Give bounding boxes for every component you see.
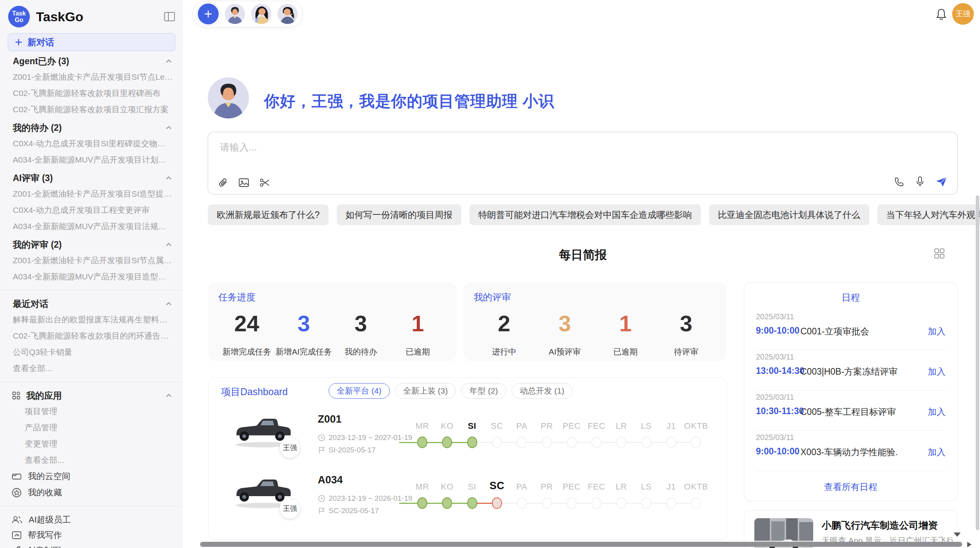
- recent-conversation-item[interactable]: 解释最新出台的欧盟报废车法规再生塑料比例被调至15%...: [0, 312, 183, 328]
- sidebar-tool-帮我写作[interactable]: 帮我写作: [0, 527, 183, 543]
- microphone-icon[interactable]: [915, 176, 925, 188]
- stat-column: 3我的待办: [332, 310, 389, 357]
- sidebar-section-header[interactable]: 我的待办 (2): [0, 120, 183, 135]
- add-agent-button[interactable]: [198, 3, 219, 24]
- phone-icon[interactable]: [894, 176, 905, 187]
- sidebar-section-header[interactable]: 我的评审 (2): [0, 237, 183, 252]
- milestone-dot: [641, 497, 651, 509]
- clock-icon: [318, 495, 326, 502]
- dashboard-filter-chip[interactable]: 全新上装 (3): [395, 383, 456, 399]
- chat-input[interactable]: [220, 142, 946, 153]
- app-item[interactable]: 项目管理: [0, 403, 183, 420]
- vertical-scrollbar-thumb[interactable]: [976, 195, 979, 530]
- sidebar-link-我的云空间[interactable]: 我的云空间: [0, 468, 183, 485]
- stat-value: 3: [656, 310, 716, 336]
- suggestion-chip[interactable]: 如何写一份清晰的项目周报: [337, 204, 461, 225]
- horizontal-scrollbar-thumb[interactable]: [200, 542, 962, 547]
- event-join-link[interactable]: 加入: [928, 325, 946, 337]
- agent-avatar-3[interactable]: [278, 4, 298, 24]
- suggestion-chip[interactable]: 欧洲新规最近颁布了什么?: [208, 204, 329, 225]
- sidebar-section-recent[interactable]: 最近对话: [0, 296, 183, 312]
- sidebar-item[interactable]: A034-全新新能源MUV产品开发项目造型可行性评审: [0, 269, 183, 285]
- sidebar-item[interactable]: A034-全新新能源MUV产品开发项目计划变更表编写: [0, 152, 183, 168]
- sidebar-section-header[interactable]: AI评审 (3): [0, 170, 183, 186]
- sidebar-item[interactable]: Z001-全新燃油轻卡产品开发项目SI节点属性5D文件评审: [0, 252, 183, 269]
- event-join-link[interactable]: 加入: [928, 446, 946, 458]
- collapse-sidebar-icon[interactable]: [163, 10, 176, 23]
- stat-value: 2: [474, 310, 535, 336]
- app-item[interactable]: 产品管理: [0, 420, 183, 436]
- chevron-up-icon: [164, 174, 173, 182]
- sidebar-item[interactable]: C02-飞腾新能源轻客改款项目里程碑画布: [0, 85, 183, 101]
- sidebar-item[interactable]: Z001-全新燃油轻卡产品开发项目SI造型提交物评审: [0, 186, 183, 202]
- project-dates: 2023-12-19 ~ 2027-01-19: [318, 433, 412, 442]
- stat-card-title: 我的评审: [474, 291, 716, 303]
- image-icon[interactable]: [238, 178, 249, 188]
- suggestion-chip[interactable]: 特朗普可能对进口汽车增税会对中国车企造成哪些影响: [469, 204, 701, 225]
- project-row[interactable]: 王强A0342023-12-19 ~ 2026-01-19SC-2025-05-…: [209, 466, 726, 526]
- sidebar-item[interactable]: C0X4-动力总成开发项目工程变更评审: [0, 202, 183, 218]
- notification-bell-icon[interactable]: [935, 8, 947, 21]
- stat-value: 3: [275, 310, 332, 336]
- send-icon[interactable]: [935, 176, 948, 188]
- new-chat-button[interactable]: 新对话: [8, 33, 175, 51]
- stat-column: 1已逾期: [595, 310, 656, 357]
- agent-avatar-2[interactable]: [251, 4, 271, 24]
- event-time[interactable]: 13:00-14:30: [756, 366, 804, 376]
- recent-conversation-item[interactable]: 公司Q3轻卡销量: [0, 344, 183, 360]
- project-dashboard-card: 项目Dashboard 全新平台 (4)全新上装 (3)年型 (2)动总开发 (…: [208, 377, 727, 540]
- user-avatar[interactable]: 王强: [952, 3, 974, 25]
- suggestion-chip[interactable]: 比亚迪全固态电池计划具体说了什么: [709, 204, 869, 225]
- view-all-schedule-link[interactable]: 查看所有日程: [744, 481, 957, 493]
- dashboard-filter-chip[interactable]: 全新平台 (4): [329, 383, 390, 399]
- brand-title: TaskGo: [36, 9, 163, 24]
- scroll-down-arrow[interactable]: [954, 533, 961, 537]
- chevron-up-icon: [164, 123, 173, 132]
- sidebar-tool-创意制图[interactable]: 创意制图: [0, 543, 183, 548]
- sidebar-item[interactable]: C02-飞腾新能源轻客改款项目立项汇报方案: [0, 101, 183, 118]
- stat-column: 1已逾期: [389, 310, 446, 357]
- sidebar-tool-AI超级员工[interactable]: AI超级员工: [0, 512, 183, 527]
- project-row-partial[interactable]: [209, 526, 726, 540]
- dashboard-filter-chip[interactable]: 年型 (2): [461, 383, 506, 399]
- app-item[interactable]: 查看全部...: [0, 452, 183, 468]
- news-title: 小鹏飞行汽车制造公司增资: [822, 519, 951, 532]
- user-name: 王强: [956, 9, 970, 19]
- layout-grid-icon[interactable]: [934, 248, 945, 259]
- project-dates: 2023-12-19 ~ 2026-01-19: [318, 494, 412, 503]
- assistant-avatar: [208, 77, 249, 118]
- sidebar-section-header[interactable]: Agent已办 (3): [0, 53, 183, 69]
- attachment-icon[interactable]: [218, 178, 228, 188]
- suggestion-chip[interactable]: 当下年轻人对汽车外观有怎样的喜好趋势: [877, 204, 980, 225]
- event-time[interactable]: 10:30-11:30: [756, 406, 804, 416]
- milestone-dot: [641, 437, 651, 448]
- project-flag-text: SC-2025-05-17: [329, 507, 379, 515]
- agent-switcher: [193, 1, 303, 27]
- agent-avatar-1[interactable]: [225, 4, 245, 24]
- schedule-event: 2025/03/119:00-10:00C001-立项审批会加入: [744, 310, 957, 350]
- recent-conversation-item[interactable]: 查看全部...: [0, 360, 183, 377]
- event-time[interactable]: 9:00-10:00: [756, 446, 800, 457]
- recent-conversation-item[interactable]: C02-飞腾新能源轻客改款项目的闭环通告反馈情况: [0, 328, 183, 344]
- project-row[interactable]: 王强Z0012023-12-19 ~ 2027-01-19SI-2025-05-…: [209, 405, 726, 466]
- milestone-dot: [517, 497, 527, 509]
- stat-value: 24: [218, 310, 275, 336]
- sidebar-item[interactable]: A034-全新新能源MUV产品开发项目法规符合性评审: [0, 218, 183, 235]
- sidebar-item[interactable]: C0X4-动力总成开发项目SI里程碑提交物检查: [0, 135, 183, 152]
- sidebar-item[interactable]: Z001-全新燃油皮卡产品开发项目SI节点Lesson Learn报告: [0, 69, 183, 85]
- scroll-right-arrow[interactable]: [967, 542, 971, 547]
- divider: [0, 290, 183, 291]
- milestone-dot: [691, 437, 701, 448]
- event-join-link[interactable]: 加入: [928, 406, 946, 418]
- project-flag-milestone: SC-2025-05-17: [318, 507, 379, 515]
- app-item[interactable]: 变更管理: [0, 436, 183, 452]
- stat-column: 3AI预评审: [535, 310, 595, 357]
- project-code: Z001: [318, 413, 342, 425]
- scissors-icon[interactable]: [259, 178, 270, 188]
- sidebar-my-apps[interactable]: 我的应用: [0, 388, 183, 403]
- event-time[interactable]: 9:00-10:00: [756, 325, 800, 336]
- sidebar-link-我的收藏[interactable]: 我的收藏: [0, 485, 183, 501]
- dashboard-filter-chip[interactable]: 动总开发 (1): [512, 383, 573, 399]
- event-join-link[interactable]: 加入: [928, 366, 946, 378]
- project-dates-text: 2023-12-19 ~ 2027-01-19: [329, 433, 412, 442]
